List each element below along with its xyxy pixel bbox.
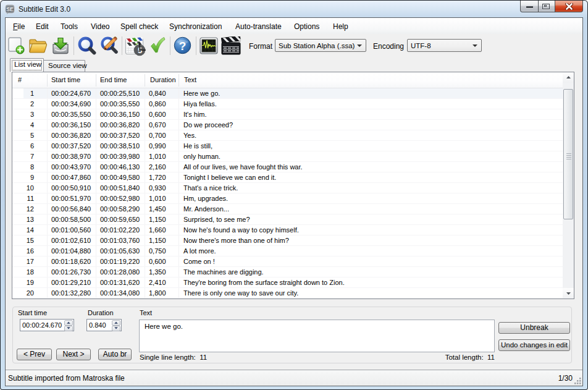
svg-text:?: ? [179, 40, 187, 53]
svg-text:SE: SE [6, 6, 14, 12]
